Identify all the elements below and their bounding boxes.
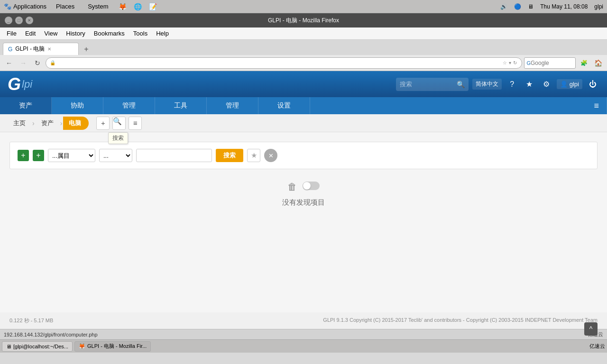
nav-menu-icon[interactable]: ≡ [586,97,607,114]
addon-icon[interactable]: 🧩 [578,57,590,69]
favorites-icon-button[interactable]: ★ [523,78,536,91]
main-content: + + ...属目 ... 搜索 ★ ✕ 🗑 [0,132,607,312]
page-footer: 0.122 秒 - 5.17 MB GLPI 9.1.3 Copyright (… [0,312,607,329]
breadcrumb-home[interactable]: 主页 [8,117,31,129]
breadcrumb-bar: 主页 › 资产 › 电脑 + 🔍 搜索 ≡ [0,114,607,132]
apps-icon: 🐾 [4,3,11,10]
taskbar: 🖥 [glpi@localhost:~/Des... 🦊 GLPI - 电脑 -… [0,339,607,353]
logout-button[interactable]: ⏻ [586,78,599,91]
results-area: 🗑 没有发现项目 [9,177,598,212]
firefox-icon: 🦊 [118,2,127,11]
glpi-logo: G lpi [8,76,32,93]
results-tools: 🗑 [287,182,320,192]
menu-tools[interactable]: Tools [129,28,151,38]
display-icon: 🖥 [528,3,533,10]
perf-text: 0.122 秒 - 5.17 MB [9,317,53,324]
glpi-header: G lpi 🔍 简体中文 ? ★ ⚙ 👤 glpi ⏻ [0,71,607,97]
places-menu[interactable]: Places [52,1,78,11]
nav-manage[interactable]: 管理 [103,97,155,114]
add-item-button[interactable]: + [96,117,110,130]
url-input[interactable]: 192.168.144.132/glpi/front/computer.php [59,60,503,66]
logo-g: G [8,76,21,93]
nav-assets[interactable]: 资产 [0,97,52,114]
close-button[interactable]: ✕ [26,17,33,24]
forward-button[interactable]: → [17,57,29,69]
menu-edit[interactable]: Edit [21,28,39,38]
menu-history[interactable]: History [62,28,89,38]
glpi-search-icon[interactable]: 🔍 [457,81,465,88]
firefox-taskbar-icon: 🦊 [79,343,85,349]
new-tab-button[interactable]: + [81,44,92,55]
reload-button[interactable]: ↻ [31,57,44,69]
network-icon: 🌐 [133,2,142,11]
maximize-button[interactable]: □ [15,17,23,24]
system-bar: 🐾 Applications Places System 🦊 🌐 📝 🔊 🔵 🖥… [0,0,607,13]
browser-menu-bar: File Edit View History Bookmarks Tools H… [0,27,607,40]
reload-url-icon[interactable]: ↻ [513,60,517,65]
bookmark-star-icon[interactable]: ☆ [503,60,507,65]
menu-bookmarks[interactable]: Bookmarks [90,28,129,38]
breadcrumb-computers[interactable]: 电脑 [63,117,89,130]
copyright-text: GLPI 9.1.3 Copyright (C) 2015-2017 Tecli… [323,317,598,324]
no-results-text: 没有发现项目 [282,198,325,207]
search-go-button[interactable]: 搜索 [216,149,243,162]
home-browser-button[interactable]: 🏠 [592,57,604,69]
search-bar-right: G 🧩 🏠 [524,57,604,69]
breadcrumb-assets[interactable]: 资产 [36,117,59,129]
applications-menu[interactable]: 🐾 Applications [4,3,46,10]
search-add-criteria-button1[interactable]: + [18,150,29,161]
sound-icon: 🔊 [500,3,507,10]
bluetooth-icon: 🔵 [514,3,521,10]
search-tooltip-box: 搜索 [108,132,128,144]
search-clear-button[interactable]: ✕ [264,149,277,162]
tab-glpi-computer[interactable]: G GLPI - 电脑 ✕ [3,43,79,55]
url-bar[interactable]: 🔒 192.168.144.132/glpi/front/computer.ph… [46,57,522,69]
search-field-select[interactable]: ...属目 [48,149,95,162]
breadcrumb-sep2: › [60,119,63,127]
tab-bar: G GLPI - 电脑 ✕ + [0,40,607,55]
minimize-button[interactable]: _ [5,17,12,24]
menu-file[interactable]: File [3,28,20,38]
task-terminal[interactable]: 🖥 [glpi@localhost:~/Des... [2,341,73,352]
user-button[interactable]: 👤 glpi [557,79,582,89]
scroll-to-top-button[interactable]: ^ [584,322,598,336]
lock-icon: 🔒 [50,60,55,65]
toggle-slider[interactable] [303,182,320,190]
task-firefox[interactable]: 🦊 GLPI - 电脑 - Mozilla Fir... [74,341,151,352]
glpi-search-input[interactable] [400,81,457,88]
settings-icon-button[interactable]: ⚙ [540,78,553,91]
language-button[interactable]: 简体中文 [472,79,502,90]
glpi-search-box[interactable]: 🔍 [396,78,469,91]
breadcrumb-actions: + 🔍 搜索 ≡ [96,117,142,130]
search-toggle-button[interactable]: 🔍 搜索 [112,117,126,130]
back-button[interactable]: ← [3,57,15,69]
menu-view[interactable]: View [40,28,61,38]
menu-help[interactable]: Help [152,28,173,38]
tab-close-button[interactable]: ✕ [47,46,51,52]
browser-frame: _ □ ✕ GLPI - 电脑 - Mozilla Firefox File E… [0,13,607,339]
search-panel: + + ...属目 ... 搜索 ★ ✕ [9,142,598,169]
url-info-icon: ▾ [509,60,511,65]
browser-search-input[interactable] [531,60,573,66]
user-icon: 👤 [560,81,568,88]
search-value-input[interactable] [136,149,212,162]
help-icon-button[interactable]: ? [506,78,519,91]
terminal-icon: 🖥 [6,344,11,349]
taskbar-left: 🖥 [glpi@localhost:~/Des... 🦊 GLPI - 电脑 -… [2,341,151,352]
nav-tools[interactable]: 工具 [155,97,207,114]
nav-assist[interactable]: 协助 [52,97,103,114]
google-icon: G [526,60,531,66]
edit-icon: 📝 [148,2,157,11]
search-add-criteria-button2[interactable]: + [33,150,44,161]
window-title: GLPI - 电脑 - Mozilla Firefox [33,17,574,25]
system-menu[interactable]: System [84,1,112,11]
nav-bar: 资产 协助 管理 工具 管理 设置 ≡ [0,97,607,114]
list-view-button[interactable]: ≡ [129,117,142,130]
nav-settings[interactable]: 设置 [258,97,310,114]
delete-button[interactable]: 🗑 [287,182,297,192]
nav-admin[interactable]: 管理 [207,97,258,114]
search-op-select[interactable]: ... [99,149,132,162]
logo-text: lpi [22,78,32,91]
tab-favicon: G [8,46,12,53]
search-save-button[interactable]: ★ [247,149,260,162]
